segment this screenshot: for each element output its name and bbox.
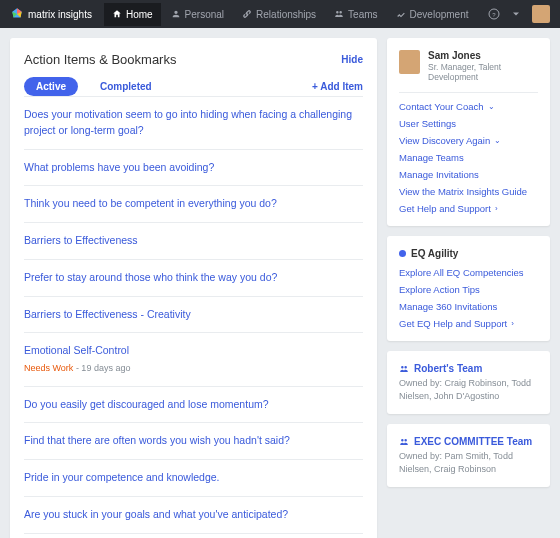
chevron-icon: › (495, 204, 498, 213)
caret-down-icon[interactable] (510, 8, 522, 20)
nav-relationships[interactable]: Relationships (234, 3, 324, 26)
hide-link[interactable]: Hide (341, 54, 363, 65)
sidebar-link[interactable]: Manage Invitations (399, 169, 538, 180)
add-item-button[interactable]: + Add Item (312, 81, 363, 92)
action-items-list: Does your motivation seem to go into hid… (24, 97, 363, 538)
sidebar-link[interactable]: Contact Your Coach⌄ (399, 101, 538, 112)
nav-development[interactable]: Development (388, 3, 477, 26)
action-item[interactable]: Do you easily get discouraged and lose m… (24, 387, 363, 424)
action-item[interactable]: Think you need to be competent in everyt… (24, 186, 363, 223)
sidebar-link[interactable]: View Discovery Again⌄ (399, 135, 538, 146)
sidebar-link[interactable]: User Settings (399, 118, 538, 129)
chevron-icon: ⌄ (494, 136, 501, 145)
svg-text:?: ? (492, 12, 496, 18)
dot-icon (399, 250, 406, 257)
action-item[interactable]: Barriers to Effectiveness (24, 223, 363, 260)
action-item[interactable]: Pride in your competence and knowledge. (24, 460, 363, 497)
nav-home[interactable]: Home (104, 3, 161, 26)
person-icon (171, 9, 181, 19)
people-icon (399, 364, 409, 374)
user-avatar[interactable] (399, 50, 420, 74)
action-item[interactable]: Are you stuck in your goals and what you… (24, 497, 363, 534)
chart-icon (396, 9, 406, 19)
timestamp: - 19 days ago (76, 363, 131, 373)
eq-card: EQ Agility Explore All EQ CompetenciesEx… (387, 236, 550, 341)
tab-active[interactable]: Active (24, 77, 78, 96)
sidebar: Sam Jones Sr. Manager, Talent Developmen… (387, 38, 550, 538)
people-icon (399, 437, 409, 447)
sidebar-link[interactable]: Manage Teams (399, 152, 538, 163)
action-item[interactable]: Emotional Self-ControlNeeds Work - 19 da… (24, 333, 363, 386)
chevron-icon: ⌄ (488, 102, 495, 111)
user-name: Sam Jones (428, 50, 538, 61)
nav-personal[interactable]: Personal (163, 3, 232, 26)
sidebar-link[interactable]: Manage 360 Invitations (399, 301, 538, 312)
action-item[interactable]: Find that there are often words you wish… (24, 423, 363, 460)
user-role: Sr. Manager, Talent Development (428, 62, 538, 82)
user-links: Contact Your Coach⌄User SettingsView Dis… (399, 101, 538, 214)
team-owners: Owned by: Craig Robinson, Todd Nielsen, … (399, 377, 538, 402)
sidebar-link[interactable]: Explore All EQ Competencies (399, 267, 538, 278)
link-icon (242, 9, 252, 19)
topbar: matrix insights Home Personal Relationsh… (0, 0, 560, 28)
action-item[interactable]: Barriers to Effectiveness - Creativity (24, 297, 363, 334)
sidebar-link[interactable]: Get EQ Help and Support› (399, 318, 538, 329)
sidebar-link[interactable]: Get Help and Support› (399, 203, 538, 214)
logo-icon (10, 7, 24, 21)
status-badge: Needs Work (24, 363, 73, 373)
brand-logo[interactable]: matrix insights (10, 7, 92, 21)
action-item[interactable]: Prefer to stay around those who think th… (24, 260, 363, 297)
team-owners: Owned by: Pam Smith, Todd Nielsen, Craig… (399, 450, 538, 475)
sidebar-link[interactable]: Explore Action Tips (399, 284, 538, 295)
home-icon (112, 9, 122, 19)
eq-links: Explore All EQ CompetenciesExplore Actio… (399, 267, 538, 329)
sidebar-link[interactable]: View the Matrix Insights Guide (399, 186, 538, 197)
team-card-0[interactable]: Robert's Team Owned by: Craig Robinson, … (387, 351, 550, 414)
team-name: Robert's Team (399, 363, 538, 374)
action-item[interactable]: Does your motivation seem to go into hid… (24, 97, 363, 150)
action-item[interactable]: What problems have you been avoiding? (24, 150, 363, 187)
page-title: Action Items & Bookmarks (24, 52, 176, 67)
main-panel: Action Items & Bookmarks Hide Active Com… (10, 38, 377, 538)
team-card-1[interactable]: EXEC COMMITTEE Team Owned by: Pam Smith,… (387, 424, 550, 487)
people-icon (334, 9, 344, 19)
action-item[interactable]: Do you avoid conflict? (24, 534, 363, 539)
tab-completed[interactable]: Completed (88, 77, 164, 96)
nav-teams[interactable]: Teams (326, 3, 385, 26)
tabs: Active Completed (24, 77, 164, 96)
main-header: Action Items & Bookmarks Hide (24, 52, 363, 67)
user-card: Sam Jones Sr. Manager, Talent Developmen… (387, 38, 550, 226)
tabs-row: Active Completed + Add Item (24, 77, 363, 97)
chevron-icon: › (511, 319, 514, 328)
main-nav: Home Personal Relationships Teams Develo… (104, 3, 477, 26)
avatar[interactable] (532, 5, 550, 23)
nav-right: ? (488, 5, 550, 23)
help-icon[interactable]: ? (488, 8, 500, 20)
content: Action Items & Bookmarks Hide Active Com… (0, 28, 560, 538)
brand-name: matrix insights (28, 9, 92, 20)
eq-title: EQ Agility (399, 248, 538, 259)
team-name: EXEC COMMITTEE Team (399, 436, 538, 447)
